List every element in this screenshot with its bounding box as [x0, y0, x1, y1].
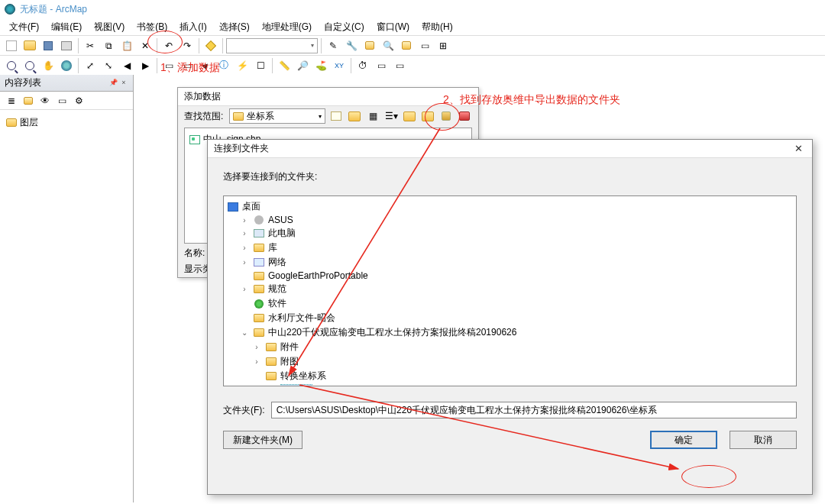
new-folder-button[interactable]: 新建文件夹(M): [223, 431, 302, 449]
tree-gep[interactable]: GoogleEarthProPortable: [227, 270, 793, 282]
ok-button[interactable]: 确定: [650, 431, 717, 449]
arccatalog-icon[interactable]: [398, 37, 415, 54]
tree-attach[interactable]: ›附件: [227, 340, 793, 354]
scope-combo[interactable]: 坐标系 ▾: [229, 108, 325, 124]
menu-geoprocess[interactable]: 地理处理(G): [256, 19, 318, 35]
clear-selection-icon[interactable]: ▭: [179, 57, 196, 74]
scope-label: 查找范围:: [184, 110, 223, 123]
tree-coord[interactable]: 坐标系: [227, 383, 793, 386]
fwd-extent-icon[interactable]: ▶: [137, 57, 154, 74]
redo-button[interactable]: ↷: [179, 37, 196, 54]
tree-asus[interactable]: ›ASUS: [227, 214, 793, 226]
python-icon[interactable]: ▭: [416, 37, 433, 54]
list-drawing-order-icon[interactable]: ≣: [5, 94, 18, 108]
connect-folder-dialog: 连接到文件夹 ✕ 选择要连接到的文件夹: 桌面 ›ASUS ›此电脑 ›库 ›网…: [207, 139, 813, 495]
pan-icon[interactable]: ✋: [40, 57, 57, 74]
tree-convert[interactable]: 转换坐标系: [227, 369, 793, 383]
modelbuilder-icon[interactable]: ⊞: [435, 37, 451, 54]
zoom-in-icon[interactable]: [3, 57, 20, 74]
time-slider-icon[interactable]: ⏱: [354, 57, 371, 74]
cancel-button[interactable]: 取消: [730, 431, 797, 449]
path-input[interactable]: C:\Users\ASUS\Desktop\中山220千伏观应输变电工程水土保持…: [271, 402, 797, 418]
menu-insert[interactable]: 插入(I): [173, 19, 212, 35]
create-viewer-icon[interactable]: ▭: [391, 57, 408, 74]
goto-xy-icon[interactable]: XY: [331, 57, 348, 74]
close-icon[interactable]: ✕: [791, 143, 806, 155]
editor-toolbar-icon[interactable]: ✎: [325, 37, 341, 54]
measure-icon[interactable]: 📏: [276, 57, 293, 74]
shapefile-icon: [189, 135, 200, 144]
new-button[interactable]: [3, 37, 20, 54]
html-popup-icon[interactable]: ☐: [252, 57, 269, 74]
find-icon[interactable]: 🔎: [294, 57, 311, 74]
list-view-icon[interactable]: ☰▾: [383, 108, 399, 124]
open-button[interactable]: [21, 37, 38, 54]
zoom-out-icon[interactable]: [21, 57, 38, 74]
fixed-zoomin-icon[interactable]: ⤢: [82, 57, 99, 74]
toolbar-tools: ✋ ⤢ ⤡ ◀ ▶ ▭ ▭ ⓘ ⚡ ☐ 📏 🔎 ⛳ XY ⏱ ▭ ▭: [0, 55, 825, 75]
layer-root[interactable]: 图层: [5, 115, 128, 131]
full-extent-icon[interactable]: [58, 57, 75, 74]
list-selection-icon[interactable]: ▭: [55, 94, 69, 108]
tree-library[interactable]: ›库: [227, 241, 793, 255]
select-features-icon[interactable]: ▭: [160, 57, 177, 74]
tree-attachimg[interactable]: ›附图: [227, 354, 793, 369]
tree-spec[interactable]: ›规范: [227, 282, 793, 296]
tree-network[interactable]: ›网络: [227, 255, 793, 270]
button-row: 新建文件夹(M) 确定 取消: [208, 423, 812, 457]
folder-icon: [6, 118, 17, 127]
toc-panel: 内容列表 📌 × ≣ 👁 ▭ ⚙ 图层: [0, 75, 134, 502]
tree-thispc[interactable]: ›此电脑: [227, 226, 793, 241]
toggle-view-icon[interactable]: ▦: [365, 108, 380, 124]
connect-folder-icon[interactable]: [402, 108, 417, 124]
menu-edit[interactable]: 编辑(E): [45, 19, 88, 35]
options-icon[interactable]: ⚙: [72, 94, 86, 108]
cut-button[interactable]: ✂: [82, 37, 99, 54]
hyperlink-icon[interactable]: ⚡: [234, 57, 251, 74]
back-extent-icon[interactable]: ◀: [118, 57, 135, 74]
search-icon[interactable]: 🔍: [380, 37, 396, 54]
pin-icon[interactable]: 📌: [108, 79, 118, 88]
paste-button[interactable]: 📋: [118, 37, 135, 54]
list-visibility-icon[interactable]: 👁: [38, 94, 52, 108]
copy-button[interactable]: ⧉: [100, 37, 117, 54]
menu-file[interactable]: 文件(F): [3, 19, 45, 35]
tree-software[interactable]: 软件: [227, 296, 793, 311]
refresh-icon[interactable]: [457, 108, 472, 124]
home-icon[interactable]: [347, 108, 362, 124]
menu-window[interactable]: 窗口(W): [370, 19, 416, 35]
separator: [78, 38, 79, 53]
new-gdb-icon[interactable]: [438, 108, 454, 124]
menu-help[interactable]: 帮助(H): [416, 19, 459, 35]
catalog-icon[interactable]: [361, 37, 378, 54]
tree-sl[interactable]: 水利厅文件-昭会: [227, 311, 793, 325]
tree-project[interactable]: ⌄中山220千伏观应输变电工程水土保持方案报批终稿20190626: [227, 325, 793, 340]
list-source-icon[interactable]: [21, 94, 35, 108]
scope-row: 查找范围: 坐标系 ▾ ▦ ☰▾: [178, 106, 478, 126]
findroute-icon[interactable]: ⛳: [312, 57, 329, 74]
fixed-zoomout-icon[interactable]: ⤡: [100, 57, 117, 74]
print-button[interactable]: [58, 37, 75, 54]
disconnect-folder-icon[interactable]: [420, 108, 435, 124]
tree-desktop[interactable]: 桌面: [227, 199, 793, 214]
menu-view[interactable]: 视图(V): [88, 19, 131, 35]
toolbox-icon[interactable]: 🔧: [343, 37, 360, 54]
add-data-title: 添加数据: [178, 88, 478, 106]
save-button[interactable]: [40, 37, 57, 54]
menu-customize[interactable]: 自定义(C): [318, 19, 370, 35]
up-level-icon[interactable]: [328, 108, 344, 124]
undo-button[interactable]: ↶: [160, 37, 177, 54]
separator: [199, 38, 199, 53]
folder-tree[interactable]: 桌面 ›ASUS ›此电脑 ›库 ›网络 GoogleEarthProPorta…: [223, 195, 797, 386]
close-panel-icon[interactable]: ×: [119, 79, 128, 88]
app-title: 无标题 - ArcMap: [20, 3, 87, 16]
identify-icon[interactable]: ⓘ: [215, 57, 232, 74]
select-elements-icon[interactable]: [197, 57, 214, 74]
scale-combo[interactable]: ▾: [226, 38, 318, 53]
add-data-button[interactable]: [202, 37, 219, 54]
toc-title: 内容列表: [5, 76, 41, 89]
menu-bookmark[interactable]: 书签(B): [131, 19, 173, 35]
menu-select[interactable]: 选择(S): [213, 19, 256, 35]
viewer-icon[interactable]: ▭: [373, 57, 390, 74]
delete-button[interactable]: ✕: [137, 37, 154, 54]
